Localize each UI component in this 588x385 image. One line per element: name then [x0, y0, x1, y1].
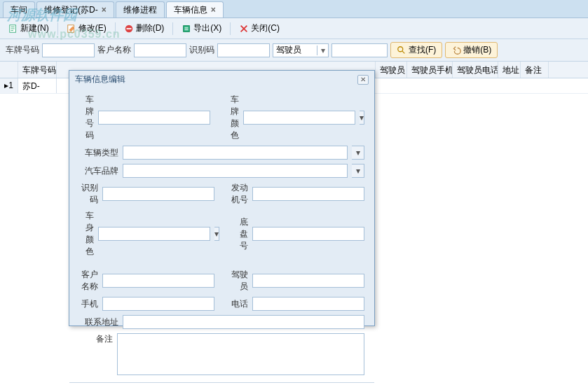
chassis-input[interactable] [252, 227, 364, 241]
separator [230, 22, 231, 35]
engine-input[interactable] [252, 187, 364, 201]
edit-icon [67, 24, 76, 34]
tab-repair-progress[interactable]: 维修进程 [116, 1, 165, 18]
phone-label: 电话 [229, 298, 248, 310]
export-icon [182, 24, 191, 34]
btn-label: 导出(X) [193, 22, 221, 34]
col-header[interactable]: 驾驶员 [376, 62, 407, 78]
col-header[interactable]: 驾驶员电话 [453, 62, 498, 78]
tab-repair-reg[interactable]: 维修登记(苏D-× [36, 1, 114, 18]
row-indicator: ▸1 [0, 78, 18, 93]
btn-label: 删除(D) [136, 22, 165, 34]
close-icon[interactable]: × [102, 5, 107, 15]
col-header[interactable]: 备注 [521, 62, 549, 78]
close-icon[interactable]: × [211, 5, 216, 15]
vehicle-edit-dialog: 车辆信息编辑 ✕ 车牌号码 车牌颜色 ▾ 车辆类型 ▾ 汽车品牌 ▾ 识别码 发… [69, 70, 375, 326]
plate-label: 车牌号码 [6, 44, 39, 56]
vin-label: 识别码 [79, 182, 98, 206]
plate-color-label: 车牌颜色 [224, 94, 239, 141]
brand-label: 汽车品牌 [79, 165, 118, 177]
mobile-label: 手机 [79, 298, 98, 310]
tab-label: 维修登记(苏D- [44, 4, 98, 16]
btn-label: 关闭(C) [251, 22, 280, 34]
brand-input[interactable] [123, 164, 348, 178]
close-icon [239, 24, 249, 34]
col-header[interactable]: 驾驶员手机 [407, 62, 453, 78]
delete-icon [124, 24, 134, 34]
driver-input[interactable] [252, 274, 364, 288]
toolbar: 新建(N) 修改(E) 删除(D) 导出(X) 关闭(C) [0, 18, 588, 39]
delete-button[interactable]: 删除(D) [120, 21, 169, 36]
col-header[interactable]: 车牌号码 [18, 62, 57, 78]
chevron-down-icon[interactable]: ▾ [360, 111, 364, 125]
chevron-down-icon: ▾ [317, 46, 328, 55]
plate-input[interactable] [42, 43, 95, 57]
select-value: 驾驶员 [273, 44, 317, 56]
extra-input[interactable] [331, 43, 388, 57]
tab-label: 车间 [11, 4, 27, 16]
addr-input[interactable] [123, 315, 364, 329]
find-button[interactable]: 查找(F) [390, 42, 442, 58]
tab-bar: 车间 维修登记(苏D-× 维修进程 车辆信息× [0, 0, 588, 18]
engine-label: 发动机号 [229, 182, 248, 206]
row-indicator-head [0, 62, 18, 78]
chevron-down-icon[interactable]: ▾ [352, 146, 364, 160]
body-color-input[interactable] [98, 227, 210, 241]
plate-input[interactable] [98, 111, 210, 125]
customer-input[interactable] [134, 43, 186, 57]
driver-label: 驾驶员 [229, 269, 248, 293]
vtype-label: 车辆类型 [79, 147, 118, 159]
dialog-title-bar[interactable]: 车辆信息编辑 ✕ [69, 71, 374, 88]
separator [57, 22, 58, 35]
btn-label: 新建(N) [20, 22, 49, 34]
cust-input[interactable] [102, 274, 214, 288]
phone-input[interactable] [252, 297, 364, 311]
dialog-title: 车辆信息编辑 [75, 74, 125, 85]
btn-label: 查找(F) [409, 44, 436, 56]
chevron-down-icon[interactable]: ▾ [214, 227, 219, 241]
undo-icon [451, 46, 461, 55]
new-icon [8, 24, 18, 34]
cust-label: 客户名称 [79, 269, 98, 293]
customer-label: 客户名称 [97, 44, 131, 56]
driver-select[interactable]: 驾驶员▾ [273, 43, 329, 57]
remark-label: 备注 [79, 333, 113, 345]
tab-label: 维修进程 [123, 4, 157, 16]
plate-label: 车牌号码 [79, 94, 94, 141]
new-button[interactable]: 新建(N) [4, 21, 53, 36]
addr-label: 联系地址 [79, 316, 118, 328]
dialog-body: 车牌号码 车牌颜色 ▾ 车辆类型 ▾ 汽车品牌 ▾ 识别码 发动机号 车身颜色 … [69, 88, 374, 382]
separator [172, 22, 173, 35]
vin-label: 识别码 [189, 44, 214, 56]
close-button[interactable]: 关闭(C) [235, 21, 284, 36]
remark-textarea[interactable] [117, 333, 364, 375]
separator [115, 22, 116, 35]
mobile-input[interactable] [102, 297, 214, 311]
tab-label: 车辆信息 [174, 4, 207, 16]
svg-rect-3 [126, 28, 131, 29]
row-number: 1 [8, 80, 13, 90]
search-icon [397, 46, 406, 55]
search-bar: 车牌号码 客户名称 识别码 驾驶员▾ 查找(F) 撤销(B) [0, 39, 588, 62]
plate-color-input[interactable] [243, 111, 355, 125]
chassis-label: 底盘号 [233, 216, 248, 252]
svg-point-5 [398, 46, 403, 51]
btn-label: 撤销(B) [463, 44, 491, 56]
dialog-close-button[interactable]: ✕ [357, 75, 369, 85]
edit-button[interactable]: 修改(E) [62, 21, 111, 36]
dialog-footer: 确定(O) 关闭(C) [69, 382, 374, 385]
btn-label: 修改(E) [78, 22, 107, 34]
col-header[interactable]: 地址 [498, 62, 521, 78]
undo-button[interactable]: 撤销(B) [445, 42, 498, 58]
tab-workshop[interactable]: 车间 [3, 1, 35, 18]
vin-input[interactable] [217, 43, 270, 57]
export-button[interactable]: 导出(X) [177, 21, 226, 36]
cell-plate: 苏D- [18, 78, 57, 93]
vtype-input[interactable] [123, 146, 348, 160]
chevron-down-icon[interactable]: ▾ [352, 164, 364, 178]
vin-input[interactable] [102, 187, 214, 201]
tab-vehicle-info[interactable]: 车辆信息× [166, 1, 224, 18]
body-color-label: 车身颜色 [79, 210, 94, 258]
